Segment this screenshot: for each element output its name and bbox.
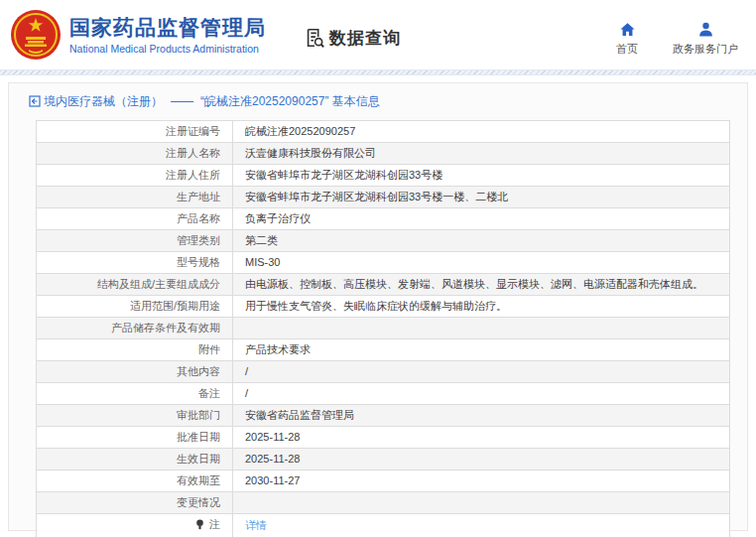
field-label: 结构及组成/主要组成成分	[97, 278, 220, 290]
field-value: MIS-30	[233, 252, 730, 274]
field-value: 用于慢性支气管炎、失眠临床症状的缓解与辅助治疗。	[233, 296, 730, 318]
nav-home-label: 首页	[616, 42, 638, 57]
table-row: 注册人住所 安徽省蚌埠市龙子湖区龙湖科创园33号楼	[37, 165, 730, 187]
field-value: 皖械注准20252090257	[233, 121, 730, 143]
table-row: 生效日期 2025-11-28	[37, 449, 730, 470]
table-row: 审批部门 安徽省药品监督管理局	[37, 405, 730, 427]
field-value: 由电源板、控制板、高压模块、发射端、风道模块、显示模块、滤网、电源适配器和壳体组…	[233, 274, 730, 296]
field-label: 批准日期	[177, 431, 220, 443]
table-row: 结构及组成/主要组成成分 由电源板、控制板、高压模块、发射端、风道模块、显示模块…	[37, 274, 730, 296]
header-nav: 首页 政务服务门户	[607, 21, 738, 57]
table-row: 注册人名称 沃壹健康科技股份有限公司	[37, 143, 730, 165]
table-row: 其他内容 /	[37, 361, 730, 383]
field-label: 附件	[198, 343, 220, 355]
field-label: 生效日期	[177, 453, 220, 465]
field-label: 变更情况	[177, 496, 220, 508]
field-value: 沃壹健康科技股份有限公司	[233, 143, 730, 165]
field-label: 产品名称	[177, 212, 220, 224]
field-value: 第二类	[233, 230, 730, 252]
table-row: 批准日期 2025-11-28	[37, 427, 730, 449]
breadcrumb: 境内医疗器械（注册） —— “皖械注准20252090257” 基本信息	[29, 93, 747, 109]
org-title: 国家药品监督管理局	[69, 15, 266, 40]
field-value: 安徽省蚌埠市龙子湖区龙湖科创园33号楼	[233, 165, 730, 187]
table-row: 附件 产品技术要求	[37, 339, 730, 361]
field-label: 有效期至	[177, 474, 220, 486]
field-label: 注册人名称	[166, 147, 220, 159]
section-title: 数据查询	[329, 27, 401, 50]
table-row: 注册证编号 皖械注准20252090257	[37, 121, 730, 143]
field-value: 2025-11-28	[233, 427, 730, 449]
field-label: 生产地址	[177, 191, 220, 202]
table-row: 注 详情	[37, 514, 730, 537]
field-label: 注册人住所	[166, 169, 220, 181]
nav-portal-label: 政务服务门户	[673, 42, 738, 57]
breadcrumb-category[interactable]: 境内医疗器械（注册）	[44, 93, 163, 110]
field-value: 安徽省蚌埠市龙子湖区龙湖科创园33号楼一楼、二楼北	[233, 187, 730, 208]
field-label: 适用范围/预期用途	[130, 300, 220, 312]
brand-text: 国家药品监督管理局 National Medical Products Admi…	[69, 15, 266, 56]
field-label: 产品储存条件及有效期	[111, 322, 220, 334]
table-row: 适用范围/预期用途 用于慢性支气管炎、失眠临床症状的缓解与辅助治疗。	[37, 296, 730, 318]
header: 国家药品监督管理局 National Medical Products Admi…	[0, 0, 756, 69]
field-label: 注册证编号	[166, 125, 220, 137]
home-icon	[619, 21, 636, 38]
document-search-icon	[304, 27, 325, 49]
field-value: 负离子治疗仪	[233, 208, 730, 230]
field-value: /	[233, 361, 730, 383]
field-value	[233, 492, 730, 514]
back-document-icon	[29, 95, 41, 107]
table-row: 备注 /	[37, 383, 730, 405]
table-row: 有效期至 2030-11-27	[37, 470, 730, 492]
national-emblem-icon	[10, 9, 62, 61]
table-row: 型号规格 MIS-30	[37, 252, 730, 274]
field-value: /	[233, 383, 730, 405]
table-row: 管理类别 第二类	[37, 230, 730, 252]
field-value: 2030-11-27	[233, 470, 730, 492]
content-container: 境内医疗器械（注册） —— “皖械注准20252090257” 基本信息 注册证…	[8, 82, 748, 531]
field-label: 其他内容	[177, 365, 220, 377]
table-row: 产品名称 负离子治疗仪	[37, 208, 730, 230]
field-value	[233, 318, 730, 339]
nav-portal[interactable]: 政务服务门户	[673, 21, 738, 57]
org-subtitle: National Medical Products Administration	[69, 42, 266, 56]
brand[interactable]: 国家药品监督管理局 National Medical Products Admi…	[10, 9, 266, 61]
detail-link[interactable]: 详情	[245, 519, 267, 531]
user-icon	[697, 21, 714, 38]
table-row: 变更情况	[37, 492, 730, 514]
hatched-divider	[0, 69, 756, 75]
registration-info-table: 注册证编号 皖械注准20252090257 注册人名称 沃壹健康科技股份有限公司…	[36, 120, 730, 537]
field-label: 管理类别	[177, 234, 220, 246]
table-row: 产品储存条件及有效期	[37, 318, 730, 339]
breadcrumb-detail-title: “皖械注准20252090257” 基本信息	[200, 93, 380, 110]
field-label: 型号规格	[177, 256, 220, 268]
table-row: 生产地址 安徽省蚌埠市龙子湖区龙湖科创园33号楼一楼、二楼北	[37, 187, 730, 208]
note-bulb-icon	[195, 519, 204, 533]
field-value: 产品技术要求	[233, 339, 730, 361]
data-query-section: 数据查询	[304, 27, 401, 50]
breadcrumb-separator: ——	[171, 94, 192, 108]
field-value: 详情	[233, 514, 730, 537]
info-table-body: 注册证编号 皖械注准20252090257 注册人名称 沃壹健康科技股份有限公司…	[37, 121, 730, 537]
field-value: 2025-11-28	[233, 449, 730, 470]
field-label: 备注	[198, 387, 220, 399]
field-label: 审批部门	[177, 409, 220, 421]
field-value: 安徽省药品监督管理局	[233, 405, 730, 427]
field-label: 注	[209, 518, 220, 530]
nav-home[interactable]: 首页	[607, 21, 647, 57]
